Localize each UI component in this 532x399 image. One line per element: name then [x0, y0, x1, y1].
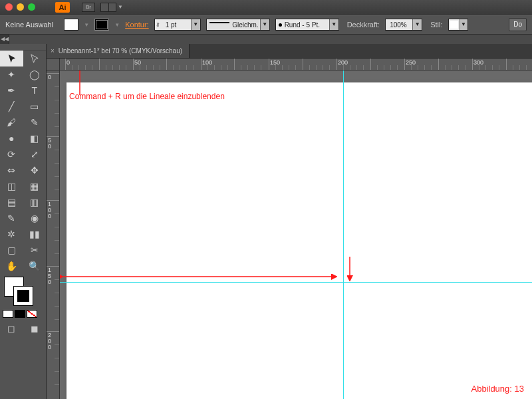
close-tab-icon[interactable]: ×	[51, 47, 55, 55]
mesh-tool[interactable]: ▤	[0, 194, 23, 210]
bridge-button[interactable]: Br	[82, 3, 95, 12]
vertical-guide[interactable]	[343, 70, 344, 399]
arrange-documents-button[interactable]	[100, 3, 116, 12]
magic-wand-tool[interactable]: ✦	[0, 66, 23, 82]
fill-stroke-control[interactable]	[4, 277, 42, 307]
pencil-tool[interactable]: ✎	[23, 114, 47, 130]
app-badge-icon: Ai	[55, 2, 70, 13]
brush-label: Rund - 5 Pt.	[285, 21, 329, 29]
slice-tool[interactable]: ✂	[23, 242, 47, 258]
stroke-swatch[interactable]	[94, 19, 109, 31]
ruler-v-label: 150	[48, 267, 51, 285]
zoom-tool[interactable]: 🔍	[23, 258, 47, 274]
eyedropper-tool[interactable]: ✎	[0, 210, 23, 226]
brush-definition-dropdown[interactable]: Rund - 5 Pt. ▼	[275, 19, 339, 31]
stroke-weight-value: 1 pt	[162, 21, 191, 29]
panel-collapse-toggle[interactable]: ◀◀	[0, 35, 9, 44]
fill-swatch-dropdown-icon[interactable]: ▼	[84, 22, 89, 28]
stroke-weight-dropdown[interactable]: ⥯ 1 pt ▼	[154, 19, 201, 31]
width-tool[interactable]: ⇔	[0, 162, 23, 178]
lasso-tool[interactable]: ◯	[23, 66, 47, 82]
color-mode-row	[0, 310, 46, 318]
annotation-ruler-hint: Command + R um die Lineale einzublenden	[69, 92, 225, 101]
hand-tool[interactable]: ✋	[0, 258, 23, 274]
tools-panel: ✦◯✒T╱▭🖌✎●◧⟳⤢⇔✥◫▦▤▥✎◉✲▮▮▢✂✋🔍 ◻◼	[0, 44, 47, 399]
selection-status: Keine Auswahl	[5, 21, 53, 29]
style-label: Stil:	[430, 21, 442, 29]
figure-caption: Abbildung: 13	[471, 384, 524, 394]
ruler-h-label: 0	[66, 59, 70, 66]
color-mode-gradient[interactable]	[15, 310, 25, 318]
opacity-label: Deckkraft:	[347, 21, 380, 29]
type-tool[interactable]: T	[23, 82, 47, 98]
brush-sample-icon	[276, 23, 285, 27]
ruler-v-label: 0	[48, 74, 51, 80]
ruler-v-label: 50	[48, 138, 51, 150]
direct-selection-tool[interactable]	[23, 51, 47, 66]
horizontal-ruler[interactable]: 050100150200250300	[60, 59, 532, 70]
document-tab-title: Unbenannt-1* bei 70 % (CMYK/Vorschau)	[59, 47, 182, 55]
zoom-window-button[interactable]	[28, 3, 35, 11]
chevron-down-icon: ▼	[412, 19, 422, 30]
pen-tool[interactable]: ✒	[0, 82, 23, 98]
style-swatch-icon	[450, 21, 458, 29]
stroke-swatch-dropdown-icon[interactable]: ▼	[114, 22, 120, 28]
color-mode-none[interactable]	[27, 310, 37, 318]
draw-normal-button[interactable]: ◻	[0, 321, 23, 336]
gradient-tool[interactable]: ▥	[23, 194, 47, 210]
shape-builder-tool[interactable]: ◫	[0, 178, 23, 194]
line-segment-tool[interactable]: ╱	[0, 98, 23, 114]
style-dropdown[interactable]: ▼	[448, 19, 468, 31]
stroke-square[interactable]	[13, 286, 33, 306]
eraser-tool[interactable]: ◧	[23, 130, 47, 146]
column-graph-tool[interactable]: ▮▮	[23, 226, 47, 242]
vertical-ruler[interactable]: 050100150200	[47, 70, 60, 399]
mac-titlebar: Ai Br ▼	[0, 0, 532, 15]
dash-sample-icon	[209, 22, 230, 27]
artboard-tool[interactable]: ▢	[0, 242, 23, 258]
fill-swatch[interactable]	[64, 19, 78, 31]
symbol-sprayer-tool[interactable]: ✲	[0, 226, 23, 242]
canvas-area[interactable]: Command + R um die Lineale einzublenden …	[60, 70, 532, 399]
opacity-dropdown[interactable]: 100% ▼	[385, 19, 422, 31]
blob-brush-tool[interactable]: ●	[0, 130, 23, 146]
rotate-tool[interactable]: ⟳	[0, 146, 23, 162]
document-tab[interactable]: × Unbenannt-1* bei 70 % (CMYK/Vorschau)	[47, 44, 190, 58]
ruler-v-label: 200	[48, 332, 51, 350]
ruler-origin-corner[interactable]	[47, 59, 60, 70]
chevron-down-icon: ▼	[191, 19, 200, 30]
draw-behind-button[interactable]: ◼	[23, 321, 47, 336]
free-transform-tool[interactable]: ✥	[23, 162, 47, 178]
control-bar: Keine Auswahl ▼ ▼ Kontur: ⥯ 1 pt ▼ Gleic…	[0, 15, 532, 35]
window-controls	[5, 3, 35, 11]
paintbrush-tool[interactable]: 🖌	[0, 114, 23, 130]
horizontal-guide[interactable]	[60, 282, 532, 283]
color-mode-color[interactable]	[3, 310, 13, 318]
document-setup-button[interactable]: Do	[509, 18, 527, 31]
rectangle-tool[interactable]: ▭	[23, 98, 47, 114]
panel-grip[interactable]	[0, 44, 46, 51]
artboard	[66, 82, 532, 399]
chevron-down-icon: ▼	[260, 19, 269, 30]
ruler-v-label: 100	[48, 201, 51, 219]
arrange-documents-dropdown-icon[interactable]: ▼	[118, 3, 123, 12]
opacity-value: 100%	[386, 21, 412, 29]
minimize-window-button[interactable]	[17, 3, 24, 11]
close-window-button[interactable]	[5, 3, 13, 11]
document-tab-bar: × Unbenannt-1* bei 70 % (CMYK/Vorschau)	[47, 44, 532, 59]
selection-tool[interactable]	[0, 51, 23, 66]
dash-label: Gleichm.	[232, 21, 259, 29]
variable-width-profile-dropdown[interactable]: Gleichm. ▼	[206, 19, 270, 31]
kontur-label[interactable]: Kontur:	[125, 21, 148, 29]
blend-tool[interactable]: ◉	[23, 210, 47, 226]
chevron-down-icon: ▼	[460, 19, 467, 30]
scale-tool[interactable]: ⤢	[23, 146, 47, 162]
chevron-down-icon: ▼	[329, 19, 338, 30]
perspective-grid-tool[interactable]: ▦	[23, 178, 47, 194]
